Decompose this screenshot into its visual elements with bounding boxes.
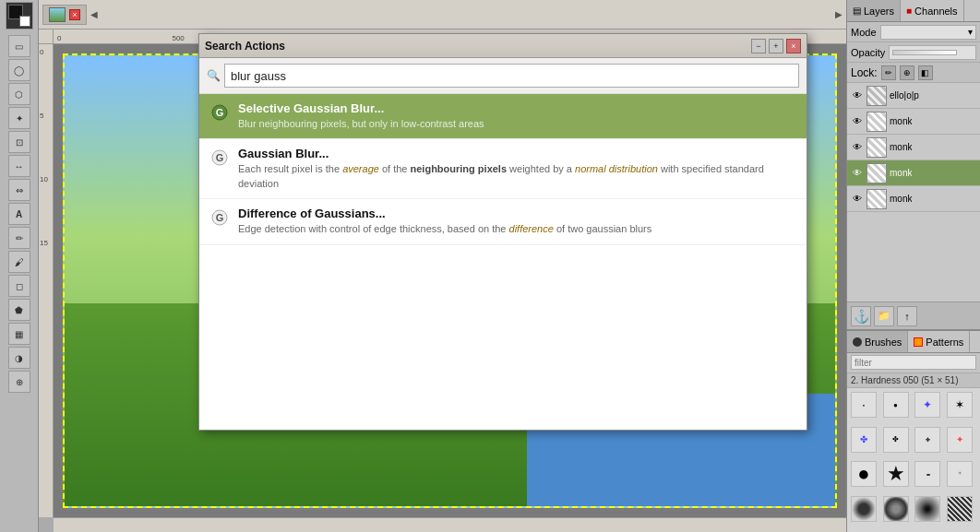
tool-foreground-bg[interactable] — [6, 2, 33, 30]
result-item-gaussian[interactable]: G Gaussian Blur... Each result pixel is … — [199, 139, 807, 199]
brush-item-cross2[interactable]: ✶ — [947, 392, 973, 418]
tool-dodge[interactable]: ◑ — [8, 347, 30, 369]
layer-visibility-3[interactable]: 👁 — [851, 167, 864, 180]
lock-pixels-btn[interactable]: ✏ — [881, 65, 896, 80]
layer-item-1[interactable]: 👁 monk — [847, 109, 980, 135]
channels-tab-icon: ■ — [906, 6, 912, 16]
layer-thumbnail-3 — [866, 163, 887, 183]
search-icon: 🔍 — [207, 69, 221, 82]
result-item-difference-gaussians[interactable]: G Difference of Gaussians... Edge detect… — [199, 199, 807, 244]
tool-free-select[interactable]: ⬡ — [8, 83, 30, 105]
layers-tab-label: Layers — [864, 6, 894, 17]
brushes-grid: ● ● ✦ ✶ ✤ ✤ ✤ ✦ ● ★ ••• ⁺ — [847, 388, 980, 532]
dialog-title: Search Actions — [205, 40, 285, 53]
lock-position-btn[interactable]: ⊕ — [900, 65, 914, 80]
brush-item-scatter2[interactable]: ⁺ — [947, 461, 973, 487]
tool-pencil[interactable]: ✏ — [8, 227, 30, 249]
tool-transform[interactable]: ↔ — [8, 155, 30, 177]
scroll-right-btn[interactable]: ▶ — [835, 9, 843, 19]
layer-visibility-1[interactable]: 👁 — [851, 115, 864, 128]
result-title-0: Selective Gaussian Blur... — [238, 101, 795, 115]
brushes-filter-row — [847, 353, 980, 373]
tab-patterns[interactable]: Patterns — [908, 331, 970, 352]
search-input[interactable] — [224, 64, 799, 88]
dialog-minimize-button[interactable]: − — [751, 39, 766, 53]
brushes-dot-icon — [853, 337, 862, 347]
tool-text[interactable]: A — [8, 203, 30, 225]
tool-fuzzy-select[interactable]: ✦ — [8, 107, 30, 129]
layer-raise-btn[interactable]: ↑ — [897, 306, 917, 326]
layers-list: 👁 ello|o|p 👁 monk 👁 monk 👁 monk 👁 — [847, 83, 980, 301]
tab-layers[interactable]: ▤ Layers — [847, 0, 901, 21]
tool-eraser[interactable]: ◻ — [8, 275, 30, 297]
brush-item-cross6[interactable]: ✦ — [947, 427, 973, 453]
brush-item-cross5[interactable]: ✤ — [914, 427, 940, 453]
ruler-tick-500: 500 — [172, 34, 184, 43]
brush-item-scatter1[interactable]: ••• — [914, 461, 940, 487]
layer-new-group-btn[interactable]: 📁 — [874, 306, 894, 326]
brush-item-cross1[interactable]: ✦ — [914, 392, 940, 418]
layer-visibility-4[interactable]: 👁 — [851, 193, 864, 206]
brush-item-texture2[interactable] — [883, 496, 909, 522]
tool-flip[interactable]: ⇔ — [8, 179, 30, 201]
brush-item-large-circle[interactable]: ● — [851, 461, 877, 487]
result-title-1: Gaussian Blur... — [238, 147, 795, 160]
layer-item-0[interactable]: 👁 ello|o|p — [847, 83, 980, 109]
tool-smudge[interactable]: ⊕ — [8, 371, 30, 393]
layer-item-2[interactable]: 👁 monk — [847, 135, 980, 160]
layer-name-4: monk — [890, 194, 912, 204]
tool-ellipse-select[interactable]: ◯ — [8, 59, 30, 81]
brushes-filter-input[interactable] — [851, 355, 976, 370]
tool-gradient[interactable]: ▦ — [8, 323, 30, 345]
mode-dropdown[interactable]: ▾ — [880, 25, 976, 40]
layer-item-3[interactable]: 👁 monk — [847, 160, 980, 186]
tab-close-button[interactable]: × — [69, 9, 80, 20]
dialog-titlebar: Search Actions − + × — [199, 34, 807, 58]
result-desc-0: Blur neighbouring pixels, but only in lo… — [238, 117, 795, 131]
layer-item-4[interactable]: 👁 monk — [847, 186, 980, 212]
layers-opacity-row: Opacity — [847, 42, 980, 63]
brush-item-cross3[interactable]: ✤ — [851, 427, 877, 453]
opacity-slider[interactable] — [889, 45, 976, 60]
svg-text:G: G — [216, 152, 224, 163]
app-background: ▭ ◯ ⬡ ✦ ⊡ ↔ ⇔ A ✏ 🖌 ◻ ⬟ ▦ ◑ ⊕ × ◀ ▶ 0 50… — [0, 0, 980, 532]
result-item-selective-gaussian[interactable]: G Selective Gaussian Blur... Blur neighb… — [199, 94, 807, 139]
scroll-left-btn[interactable]: ◀ — [90, 9, 98, 19]
result-content-2: Difference of Gaussians... Edge detectio… — [238, 207, 795, 236]
layer-visibility-0[interactable]: 👁 — [851, 89, 864, 102]
canvas-tab-bar: × ◀ ▶ — [39, 0, 846, 30]
dialog-close-button[interactable]: × — [786, 39, 801, 53]
tool-rect-select[interactable]: ▭ — [8, 35, 30, 57]
canvas-tab[interactable]: × — [42, 5, 87, 25]
brushes-section: Brushes Patterns 2. Hardness 050 (51 × 5… — [847, 329, 980, 532]
ruler-tick-0: 0 — [57, 34, 61, 43]
brush-item-texture3[interactable] — [914, 496, 940, 522]
layer-name-3: monk — [890, 168, 912, 178]
layer-anchor-btn[interactable]: ⚓ — [851, 306, 871, 326]
patterns-icon — [914, 337, 923, 347]
lock-alpha-btn[interactable]: ◧ — [918, 65, 933, 80]
brush-item-small-dot[interactable]: ● — [883, 392, 909, 418]
toolbox: ▭ ◯ ⬡ ✦ ⊡ ↔ ⇔ A ✏ 🖌 ◻ ⬟ ▦ ◑ ⊕ — [0, 0, 39, 532]
dialog-empty-area — [199, 245, 807, 430]
brushes-tab-label: Brushes — [865, 337, 902, 348]
vertical-ruler: 0 5 10 15 — [39, 44, 54, 517]
brush-item-star-lg[interactable]: ★ — [883, 461, 909, 487]
tool-paint[interactable]: 🖌 — [8, 251, 30, 273]
brush-item-cross4[interactable]: ✤ — [883, 427, 909, 453]
opacity-label: Opacity — [851, 47, 885, 58]
layer-visibility-2[interactable]: 👁 — [851, 141, 864, 154]
tab-channels[interactable]: ■ Channels — [901, 0, 964, 21]
dialog-maximize-button[interactable]: + — [769, 39, 783, 53]
brush-item-texture1[interactable] — [851, 496, 877, 522]
result-icon-2: G — [210, 208, 229, 227]
dialog-controls: − + × — [751, 39, 801, 53]
patterns-tab-label: Patterns — [926, 337, 963, 348]
result-desc-2: Edge detection with control of edge thic… — [238, 222, 795, 236]
brush-item-texture4[interactable] — [947, 496, 973, 522]
tool-crop[interactable]: ⊡ — [8, 131, 30, 153]
brush-item-tiny-dot[interactable]: ● — [851, 392, 877, 418]
tool-bucket[interactable]: ⬟ — [8, 299, 30, 321]
horizontal-scrollbar[interactable] — [54, 517, 846, 532]
tab-brushes[interactable]: Brushes — [847, 331, 908, 352]
